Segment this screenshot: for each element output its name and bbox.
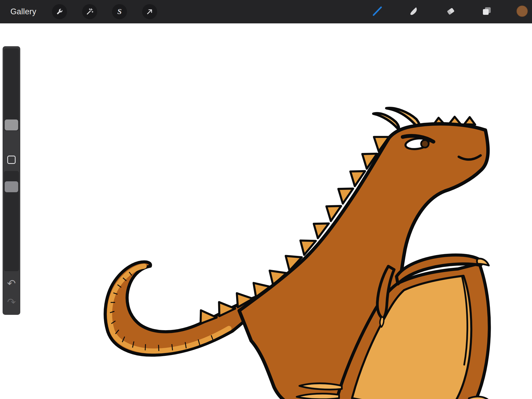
color-swatch (516, 5, 528, 18)
paint-tool-button[interactable] (371, 6, 383, 17)
rounded-square-icon (7, 156, 16, 164)
wrench-icon (55, 8, 64, 16)
adjustments-button[interactable] (82, 4, 97, 19)
transform-arrow-icon (145, 8, 154, 16)
smudge-brush-icon (408, 5, 420, 18)
undo-arrow-icon: ↶ (7, 277, 16, 289)
dragon-eye-pupil (421, 140, 429, 148)
smudge-tool-button[interactable] (408, 6, 420, 17)
actions-button[interactable] (52, 4, 67, 19)
app-window: Gallery S (0, 0, 532, 399)
opacity-handle[interactable] (5, 181, 18, 192)
gallery-button[interactable]: Gallery (10, 0, 36, 23)
dragon-front-claw (380, 317, 384, 327)
color-swatch-button[interactable] (516, 6, 528, 17)
selection-button[interactable]: S (112, 4, 127, 19)
top-toolbar: Gallery S (0, 0, 532, 23)
dragon-rear-claw (469, 397, 489, 399)
erase-tool-button[interactable] (445, 6, 456, 17)
brush-sidebar: ↶ ↷ (3, 46, 20, 315)
paint-brush-icon (371, 5, 383, 18)
undo-button[interactable]: ↶ (5, 277, 18, 289)
modify-button[interactable] (7, 155, 16, 164)
dragon-artwork (96, 105, 492, 399)
magic-wand-icon (85, 8, 94, 16)
layers-icon (481, 5, 493, 18)
redo-arrow-icon: ↷ (7, 296, 16, 308)
dragon-wing-claw (477, 258, 489, 265)
brush-size-handle[interactable] (5, 119, 18, 130)
transform-button[interactable] (142, 4, 157, 19)
layers-button[interactable] (481, 6, 493, 17)
selection-s-icon: S (117, 7, 122, 16)
eraser-icon (445, 5, 456, 18)
brush-size-slider[interactable] (4, 48, 19, 131)
redo-button[interactable]: ↷ (5, 296, 18, 308)
drawing-canvas[interactable] (0, 23, 532, 399)
